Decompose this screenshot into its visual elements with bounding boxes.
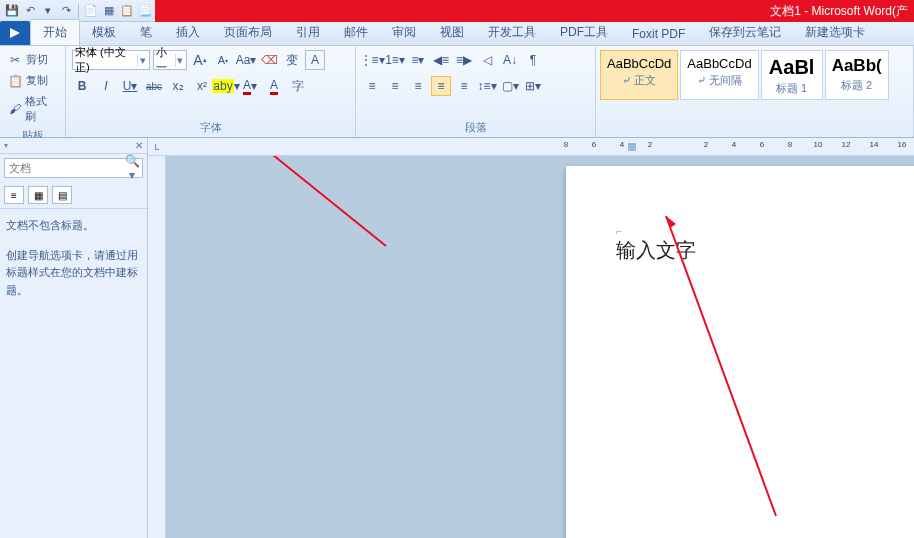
tab-pdf[interactable]: PDF工具 (548, 20, 620, 45)
copy-label: 复制 (26, 73, 48, 88)
search-icon[interactable]: 🔍▾ (122, 154, 142, 182)
italic-button[interactable]: I (96, 76, 116, 96)
shading-button[interactable]: ▢▾ (500, 76, 520, 96)
tab-dev[interactable]: 开发工具 (476, 20, 548, 45)
shrink-font-button[interactable]: A▾ (213, 50, 233, 70)
close-icon[interactable]: ✕ (135, 140, 143, 151)
style-heading2[interactable]: AaBb( 标题 2 (825, 50, 889, 100)
tab-pen[interactable]: 笔 (128, 20, 164, 45)
search-input[interactable] (5, 162, 122, 174)
bullets-button[interactable]: ⋮≡▾ (362, 50, 382, 70)
line-spacing-button[interactable]: ↕≡▾ (477, 76, 497, 96)
clear-format-button[interactable]: ⌫ (259, 50, 279, 70)
ruler-column: L (148, 138, 166, 538)
document-page[interactable]: ⌐ 输入文字 (566, 166, 914, 538)
qat-doc3-icon[interactable]: 📃 (137, 3, 153, 19)
nav-tab-results[interactable]: ▤ (52, 186, 72, 204)
qat-doc2-icon[interactable]: 📋 (119, 3, 135, 19)
file-tab[interactable] (0, 21, 30, 45)
redo-icon[interactable]: ↷ (58, 3, 74, 19)
ruler-corner: L (148, 138, 166, 156)
document-text[interactable]: 输入文字 (616, 237, 914, 264)
tab-view[interactable]: 视图 (428, 20, 476, 45)
cut-button[interactable]: ✂剪切 (6, 50, 59, 69)
ruler-number: 4 (732, 140, 736, 149)
phonetic-button[interactable]: 变 (282, 50, 302, 70)
undo-icon[interactable]: ↶ (22, 3, 38, 19)
style-name: ⤶ 正文 (607, 73, 671, 88)
ruler-number: 4 (620, 140, 624, 149)
align-center-button[interactable]: ≡ (385, 76, 405, 96)
title-text: 文档1 - Microsoft Word(产 (155, 0, 914, 22)
save-icon[interactable]: 💾 (4, 3, 20, 19)
painter-button[interactable]: 🖌格式刷 (6, 92, 59, 126)
svg-marker-0 (10, 28, 20, 38)
borders-button[interactable]: ⊞▾ (523, 76, 543, 96)
char-border-button[interactable]: A (305, 50, 325, 70)
justify-button[interactable]: ≡ (431, 76, 451, 96)
tab-reference[interactable]: 引用 (284, 20, 332, 45)
chevron-down-icon: ▾ (175, 54, 184, 67)
font-color-button[interactable]: A▾ (240, 76, 260, 96)
numbering-button[interactable]: 1≡▾ (385, 50, 405, 70)
indent-dec-button[interactable]: ◀≡ (431, 50, 451, 70)
indent-inc-button[interactable]: ≡▶ (454, 50, 474, 70)
nav-tab-pages[interactable]: ▦ (28, 186, 48, 204)
copy-button[interactable]: 📋复制 (6, 71, 59, 90)
subscript-button[interactable]: x₂ (168, 76, 188, 96)
vertical-ruler[interactable] (148, 156, 166, 538)
horizontal-ruler[interactable]: 8642246810121416182022242628 (166, 138, 914, 156)
align-right-button[interactable]: ≡ (408, 76, 428, 96)
document-area[interactable]: ⌐ 输入文字 (166, 156, 914, 538)
qat-doc-icon[interactable]: 📄 (83, 3, 99, 19)
painter-label: 格式刷 (25, 94, 57, 124)
nav-tab-headings[interactable]: ≡ (4, 186, 24, 204)
align-left-button[interactable]: ≡ (362, 76, 382, 96)
ruler-indent-marker[interactable] (628, 143, 636, 151)
tab-mail[interactable]: 邮件 (332, 20, 380, 45)
superscript-button[interactable]: x² (192, 76, 212, 96)
char-shading-button[interactable]: A (264, 76, 284, 96)
tab-foxit[interactable]: Foxit PDF (620, 23, 697, 45)
style-preview: AaBb( (832, 54, 882, 78)
ruler-number: 8 (788, 140, 792, 149)
tab-review[interactable]: 审阅 (380, 20, 428, 45)
chevron-down-icon: ▾ (137, 54, 147, 67)
style-nospacing[interactable]: AaBbCcDd ⤶ 无间隔 (680, 50, 758, 100)
style-name: 标题 1 (768, 81, 816, 96)
ruler-number: 8 (564, 140, 568, 149)
underline-button[interactable]: U▾ (120, 76, 140, 96)
style-heading1[interactable]: AaBl 标题 1 (761, 50, 823, 100)
clipboard-group: ✂剪切 📋复制 🖌格式刷 贴板 (0, 46, 66, 137)
ribbon-tabs: 开始 模板 笔 插入 页面布局 引用 邮件 审阅 视图 开发工具 PDF工具 F… (0, 22, 914, 46)
scissors-icon: ✂ (8, 53, 22, 67)
ltr-button[interactable]: ◁ (477, 50, 497, 70)
grow-font-button[interactable]: A▴ (190, 50, 210, 70)
qat-table-icon[interactable]: ▦ (101, 3, 117, 19)
distribute-button[interactable]: ≡ (454, 76, 474, 96)
font-name-combo[interactable]: 宋体 (中文正)▾ (72, 50, 150, 70)
tab-home[interactable]: 开始 (30, 19, 80, 45)
tab-layout[interactable]: 页面布局 (212, 20, 284, 45)
style-normal[interactable]: AaBbCcDd ⤶ 正文 (600, 50, 678, 100)
showmarks-button[interactable]: ¶ (523, 50, 543, 70)
multilevel-button[interactable]: ≡▾ (408, 50, 428, 70)
nav-msg1: 文档不包含标题。 (6, 217, 141, 235)
navigation-pane: ▾ ✕ 🔍▾ ≡ ▦ ▤ 文档不包含标题。 创建导航选项卡，请通过用标题样式在您… (0, 138, 148, 538)
style-name: ⤶ 无间隔 (687, 73, 751, 88)
highlight-button[interactable]: aby▾ (216, 76, 236, 96)
font-size-combo[interactable]: 小一▾ (153, 50, 187, 70)
tab-new[interactable]: 新建选项卡 (793, 20, 877, 45)
workspace: ▾ ✕ 🔍▾ ≡ ▦ ▤ 文档不包含标题。 创建导航选项卡，请通过用标题样式在您… (0, 138, 914, 538)
nav-tabs: ≡ ▦ ▤ (0, 182, 147, 209)
change-case-button[interactable]: Aa▾ (236, 50, 256, 70)
tab-insert[interactable]: 插入 (164, 20, 212, 45)
bold-button[interactable]: B (72, 76, 92, 96)
strike-button[interactable]: abc (144, 76, 164, 96)
enclosed-char-button[interactable]: 字 (288, 76, 308, 96)
sort-button[interactable]: A↓ (500, 50, 520, 70)
qat-dropdown-icon[interactable]: ▾ (40, 3, 56, 19)
style-preview: AaBbCcDd (607, 54, 671, 73)
tab-template[interactable]: 模板 (80, 20, 128, 45)
tab-cloud[interactable]: 保存到云笔记 (697, 20, 793, 45)
